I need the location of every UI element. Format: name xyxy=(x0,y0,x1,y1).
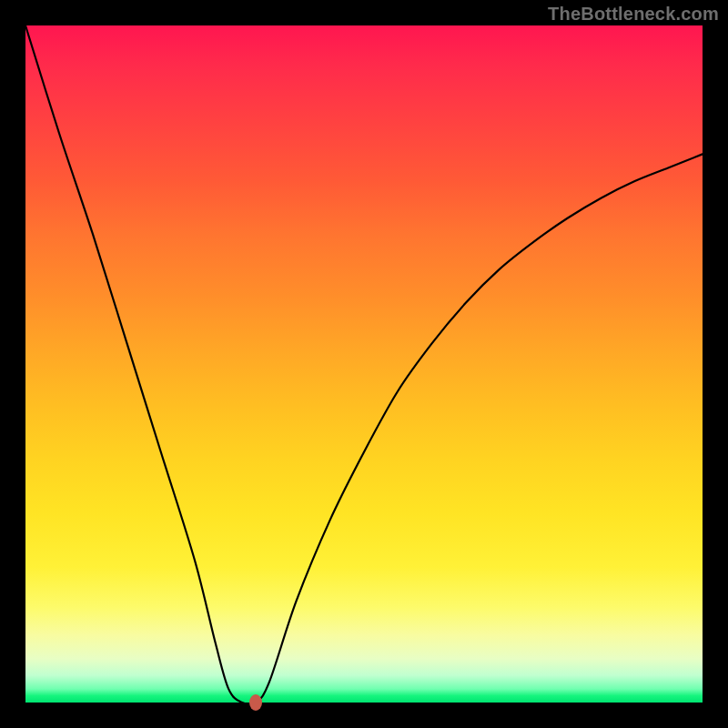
watermark-text: TheBottleneck.com xyxy=(548,4,719,25)
optimum-marker xyxy=(249,694,262,711)
plot-area xyxy=(25,25,703,703)
bottleneck-curve xyxy=(25,25,703,704)
curve-svg xyxy=(25,25,703,703)
chart-frame: TheBottleneck.com xyxy=(0,0,728,728)
